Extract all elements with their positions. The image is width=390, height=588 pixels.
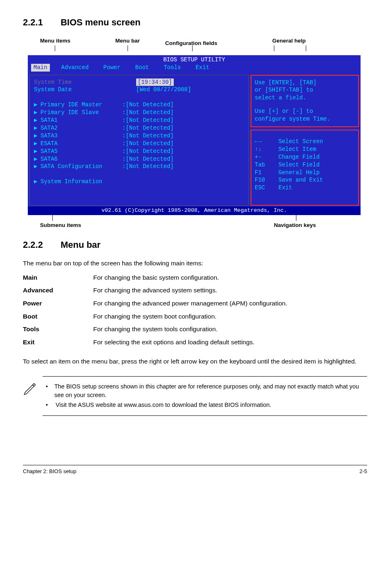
bios-menubar: Main Advanced Power Boot Tools Exit <box>28 64 361 73</box>
pointer-icon: ▶ <box>34 155 40 163</box>
bios-submenu-row[interactable]: ▶SATA6:[Not Detected] <box>34 155 244 163</box>
nav-key: ESC <box>255 184 278 192</box>
footer-right: 2-5 <box>359 468 367 475</box>
nav-key: +- <box>255 153 278 161</box>
pencil-icon <box>23 376 43 397</box>
nav-action: Exit <box>278 184 292 192</box>
help-line: select a field. <box>255 94 355 102</box>
bios-tab-boot[interactable]: Boot <box>135 64 149 72</box>
submenu-value: :[Not Detected] <box>122 155 174 163</box>
note-text: Visit the ASUS website at www.asus.com t… <box>56 401 271 409</box>
pointer-icon: ▶ <box>34 132 40 140</box>
nav-action: Save and Exit <box>278 176 323 184</box>
nav-key-row: F1General Help <box>255 169 355 177</box>
nav-key-row: TabSelect Field <box>255 161 355 169</box>
menu-bar-paragraph: To select an item on the menu bar, press… <box>23 357 367 366</box>
def-desc: For changing the advanced power manageme… <box>93 297 287 310</box>
bottom-callout-labels: Submenu items Navigation keys <box>28 215 367 227</box>
nav-key: F10 <box>255 176 278 184</box>
system-date-row[interactable]: System Date [Wed 08/27/2008] <box>34 86 244 94</box>
nav-key-row: ←→Select Screen <box>255 138 355 146</box>
def-desc: For changing the system tools configurat… <box>93 323 287 336</box>
bios-tab-power[interactable]: Power <box>103 64 121 72</box>
bios-submenu-row[interactable]: ▶SATA2:[Not Detected] <box>34 124 244 132</box>
table-row: ExitFor selecting the exit options and l… <box>23 336 287 349</box>
bios-tab-main[interactable]: Main <box>31 64 50 72</box>
bios-submenu-row[interactable]: ▶SATA1:[Not Detected] <box>34 117 244 124</box>
section-heading-1: 2.2.1 BIOS menu screen <box>23 16 367 29</box>
bios-left-pane: System Time [19:34:30] System Date [Wed … <box>29 75 249 206</box>
nav-action: General Help <box>278 169 320 177</box>
top-callout-labels: Menu items Menu bar Configuration fields… <box>28 36 367 55</box>
def-desc: For changing the system boot configurati… <box>93 310 287 323</box>
nav-key-row: ↑↓Select Item <box>255 146 355 153</box>
label-navigation-keys: Navigation keys <box>274 222 316 229</box>
submenu-label: SATA Configuration <box>40 163 122 171</box>
def-term: Main <box>23 271 93 284</box>
note-block: •The BIOS setup screens shown in this ch… <box>23 376 367 416</box>
bios-submenu-row[interactable]: ▶ESATA:[Not Detected] <box>34 140 244 148</box>
system-date-value: [Wed 08/27/2008] <box>136 86 191 94</box>
table-row: BootFor changing the system boot configu… <box>23 310 287 323</box>
bios-submenu-row[interactable]: ▶Primary IDE Slave:[Not Detected] <box>34 109 244 117</box>
section-title-1: BIOS menu screen <box>61 17 141 27</box>
note-item: •The BIOS setup screens shown in this ch… <box>46 382 367 399</box>
table-row: ToolsFor changing the system tools confi… <box>23 323 287 336</box>
bios-submenu-row[interactable]: ▶SATA Configuration:[Not Detected] <box>34 163 244 171</box>
note-text: The BIOS setup screens shown in this cha… <box>54 382 367 399</box>
table-row: MainFor changing the basic system config… <box>23 271 287 284</box>
pointer-icon: ▶ <box>34 163 40 171</box>
nav-key-row: +-Change Field <box>255 153 355 161</box>
nav-key: ↑↓ <box>255 146 278 153</box>
nav-action: Select Field <box>278 161 320 169</box>
bios-tab-tools[interactable]: Tools <box>164 64 181 72</box>
def-term: Exit <box>23 336 93 349</box>
label-config-fields: Configuration fields <box>165 40 217 47</box>
submenu-value: :[Not Detected] <box>122 101 174 109</box>
system-time-row[interactable]: System Time [19:34:30] <box>34 79 244 86</box>
pointer-icon: ▶ <box>34 148 40 155</box>
label-menu-items: Menu items <box>40 37 70 45</box>
help-line: configure system Time. <box>255 115 355 123</box>
nav-key-row: F10Save and Exit <box>255 176 355 184</box>
bios-copyright: v02.61 (C)Copyright 1985-2008, American … <box>28 206 361 215</box>
system-date-label: System Date <box>34 86 116 94</box>
system-time-label: System Time <box>34 79 116 86</box>
bios-submenu-row[interactable]: ▶SATA5:[Not Detected] <box>34 148 244 155</box>
submenu-label: Primary IDE Master <box>40 101 122 109</box>
submenu-value: :[Not Detected] <box>122 117 174 124</box>
bullet-icon: • <box>46 382 54 399</box>
submenu-value: :[Not Detected] <box>122 124 174 132</box>
pointer-icon: ▶ <box>34 140 40 148</box>
section-heading-2: 2.2.2 Menu bar <box>23 239 367 251</box>
footer-left: Chapter 2: BIOS setup <box>23 468 76 475</box>
pointer-icon: ▶ <box>34 109 40 117</box>
def-term: Power <box>23 297 93 310</box>
help-line: or [SHIFT-TAB] to <box>255 86 355 94</box>
submenu-value: :[Not Detected] <box>122 148 174 155</box>
bios-submenu-row[interactable]: ▶SATA3:[Not Detected] <box>34 132 244 140</box>
note-item: •Visit the ASUS website at www.asus.com … <box>46 401 367 409</box>
bios-screen: BIOS SETUP UTILITY Main Advanced Power B… <box>28 55 361 206</box>
bios-submenu-row[interactable]: ▶Primary IDE Master:[Not Detected] <box>34 101 244 109</box>
table-row: PowerFor changing the advanced power man… <box>23 297 287 310</box>
nav-action: Change Field <box>278 153 320 161</box>
submenu-label: SATA1 <box>40 117 122 124</box>
pointer-icon: ▶ <box>34 101 40 109</box>
nav-key: Tab <box>255 161 278 169</box>
def-desc: For changing the advanced system setting… <box>93 284 287 297</box>
def-desc: For selecting the exit options and loadi… <box>93 336 287 349</box>
nav-key: ←→ <box>255 138 278 146</box>
pointer-icon: ▶ <box>34 178 40 186</box>
submenu-system-info[interactable]: ▶ System Information <box>34 178 244 186</box>
bios-tab-exit[interactable]: Exit <box>195 64 209 72</box>
submenu-label: Primary IDE Slave <box>40 109 122 117</box>
submenu-label: ESATA <box>40 140 122 148</box>
help-line: Use [+] or [-] to <box>255 108 355 115</box>
submenu-value: :[Not Detected] <box>122 132 174 140</box>
system-time-value[interactable]: [19:34:30] <box>136 79 174 86</box>
submenu-label: SATA5 <box>40 148 122 155</box>
def-term: Tools <box>23 323 93 336</box>
bios-tab-advanced[interactable]: Advanced <box>61 64 89 72</box>
bios-nav-box: ←→Select Screen↑↓Select Item+-Change Fie… <box>251 130 359 206</box>
